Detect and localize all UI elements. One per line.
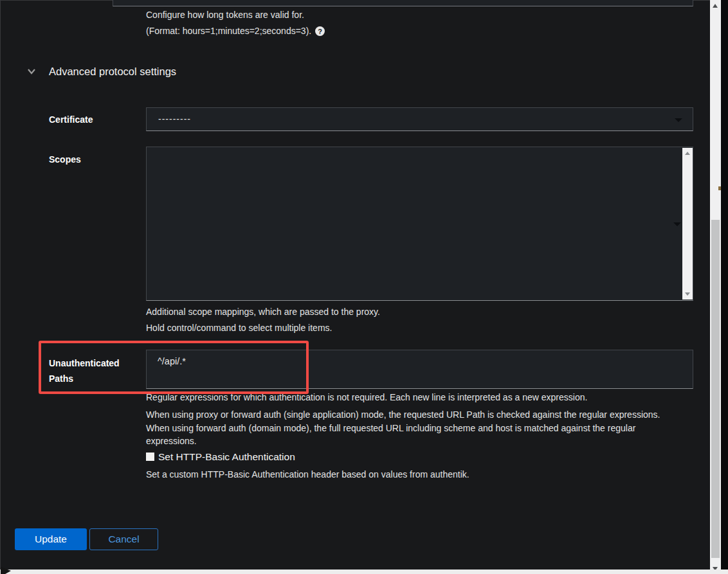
unauthenticated-paths-textarea[interactable]: ^/api/.* (146, 350, 693, 389)
certificate-select[interactable]: --------- (146, 107, 693, 131)
token-validity-help-2: (Format: hours=1;minutes=2;seconds=3). (146, 26, 311, 37)
bottom-edge-strip (0, 570, 728, 574)
unauthenticated-paths-help-2: When using proxy or forward auth (single… (146, 408, 678, 448)
scrollbar-thumb[interactable] (711, 220, 720, 558)
scroll-up-icon[interactable] (713, 4, 718, 8)
scopes-help-1: Additional scope mappings, which are pas… (146, 307, 380, 318)
chevron-down-icon[interactable] (26, 66, 37, 76)
certificate-selected-value: --------- (158, 114, 191, 124)
scroll-up-icon[interactable] (685, 152, 690, 155)
update-button[interactable]: Update (15, 528, 87, 550)
scroll-down-icon[interactable] (685, 292, 690, 296)
question-circle-icon[interactable]: ? (315, 26, 325, 36)
scopes-help-2: Hold control/command to select multiple … (146, 323, 332, 334)
scopes-scrollbar[interactable] (682, 148, 693, 300)
caret-down-icon (673, 222, 681, 226)
http-basic-label[interactable]: Set HTTP-Basic Authentication (158, 451, 295, 463)
unauthenticated-paths-help-1: Regular expressions for which authentica… (146, 392, 699, 403)
page-scrollbar[interactable] (710, 0, 721, 574)
http-basic-checkbox[interactable] (146, 453, 154, 461)
right-gutter (721, 0, 728, 574)
caret-down-icon (675, 118, 682, 122)
http-basic-help: Set a custom HTTP-Basic Authentication h… (146, 469, 469, 480)
token-validity-help-1: Configure how long tokens are valid for. (146, 10, 304, 21)
provider-settings-form: Configure how long tokens are valid for.… (0, 0, 728, 574)
token-validity-input[interactable] (113, 0, 693, 6)
section-title[interactable]: Advanced protocol settings (49, 65, 176, 78)
cancel-button[interactable]: Cancel (89, 528, 158, 550)
certificate-label: Certificate (49, 114, 93, 125)
unauthenticated-paths-label: Unauthenticated Paths (49, 355, 134, 386)
token-validity-help-row: (Format: hours=1;minutes=2;seconds=3). ? (146, 26, 325, 37)
scopes-multiselect[interactable] (146, 147, 693, 301)
scopes-label: Scopes (49, 154, 81, 165)
